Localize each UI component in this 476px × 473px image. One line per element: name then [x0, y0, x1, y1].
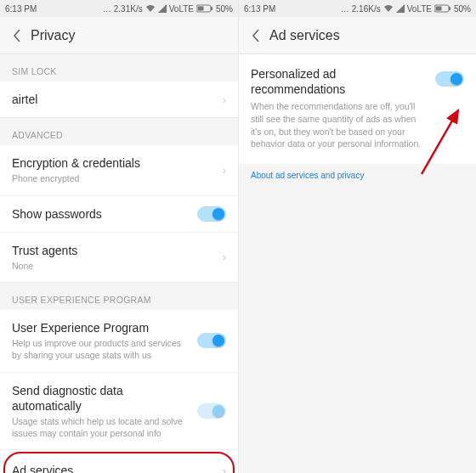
- svg-rect-5: [435, 7, 441, 11]
- status-more-icon: …: [341, 4, 349, 14]
- toggle-personalized-ads[interactable]: [435, 71, 464, 87]
- section-simlock: SIM LOCK: [0, 54, 238, 82]
- status-time: 6:13 PM: [5, 4, 37, 14]
- row-encryption[interactable]: Encryption & credentials Phone encrypted…: [0, 145, 238, 195]
- row-ad-services[interactable]: Ad services ›: [0, 450, 238, 473]
- header: Privacy: [0, 17, 238, 54]
- status-battery: 50%: [454, 4, 471, 14]
- row-personalized-ads[interactable]: Personalized ad recommendations When the…: [239, 54, 476, 164]
- svg-rect-4: [449, 7, 450, 10]
- status-bar: 6:13 PM … 2.31K/s VoLTE 50%: [0, 0, 238, 17]
- row-sub: When the recommendations are off, you'll…: [251, 100, 428, 150]
- section-advanced: ADVANCED: [0, 118, 238, 145]
- chevron-right-icon: ›: [223, 93, 226, 106]
- status-battery: 50%: [216, 4, 233, 14]
- wifi-icon: [383, 4, 394, 13]
- row-title: Trust agents: [12, 243, 216, 258]
- status-bar: 6:13 PM … 2.16K/s VoLTE 50%: [239, 0, 476, 17]
- battery-icon: [434, 4, 451, 13]
- toggle-diagnostic[interactable]: [197, 403, 226, 419]
- chevron-right-icon: ›: [223, 164, 226, 177]
- row-title: User Experience Program: [12, 320, 190, 335]
- signal-icon: [158, 4, 167, 13]
- header: Ad services: [239, 17, 476, 54]
- back-button[interactable]: [247, 27, 264, 44]
- row-sub: Help us improve our products and service…: [12, 337, 190, 361]
- toggle-show-passwords[interactable]: [197, 206, 226, 222]
- phone-right: 6:13 PM … 2.16K/s VoLTE 50% Ad services …: [238, 0, 476, 473]
- battery-icon: [196, 4, 213, 13]
- status-speed: 2.16K/s: [352, 4, 381, 14]
- row-sub: Phone encrypted: [12, 172, 216, 184]
- row-user-experience[interactable]: User Experience Program Help us improve …: [0, 310, 238, 373]
- svg-rect-1: [211, 7, 212, 10]
- row-sub: None: [12, 260, 216, 272]
- phone-left: 6:13 PM … 2.31K/s VoLTE 50% Privacy SIM …: [0, 0, 238, 473]
- chevron-right-icon: ›: [223, 465, 226, 473]
- status-net: VoLTE: [169, 4, 194, 14]
- status-net: VoLTE: [407, 4, 432, 14]
- row-airtel[interactable]: airtel ›: [0, 82, 238, 118]
- row-diagnostic[interactable]: Send diagnostic data automatically Usage…: [0, 373, 238, 451]
- row-show-passwords[interactable]: Show passwords: [0, 196, 238, 233]
- status-speed: 2.31K/s: [114, 4, 143, 14]
- status-right: … 2.31K/s VoLTE 50%: [103, 4, 233, 14]
- signal-icon: [396, 4, 405, 13]
- back-button[interactable]: [8, 27, 26, 44]
- row-title: airtel: [12, 92, 216, 107]
- section-uep: USER EXPERIENCE PROGRAM: [0, 283, 238, 310]
- row-title: Personalized ad recommendations: [251, 66, 428, 97]
- chevron-right-icon: ›: [223, 251, 226, 263]
- row-sub: Usage stats which help us locate and sol…: [12, 415, 190, 439]
- row-title: Show passwords: [12, 206, 190, 222]
- wifi-icon: [145, 4, 156, 13]
- svg-rect-2: [197, 7, 203, 11]
- page-title: Ad services: [269, 28, 340, 43]
- status-right: … 2.16K/s VoLTE 50%: [341, 4, 471, 14]
- row-title: Ad services: [12, 463, 216, 473]
- status-time: 6:13 PM: [244, 4, 275, 14]
- row-trust-agents[interactable]: Trust agents None ›: [0, 233, 238, 283]
- link-about-ad-services[interactable]: About ad services and privacy: [239, 164, 476, 192]
- page-title: Privacy: [31, 28, 75, 43]
- status-more-icon: …: [103, 4, 111, 14]
- toggle-user-experience[interactable]: [197, 333, 226, 348]
- row-title: Send diagnostic data automatically: [12, 383, 190, 414]
- row-title: Encryption & credentials: [12, 155, 216, 171]
